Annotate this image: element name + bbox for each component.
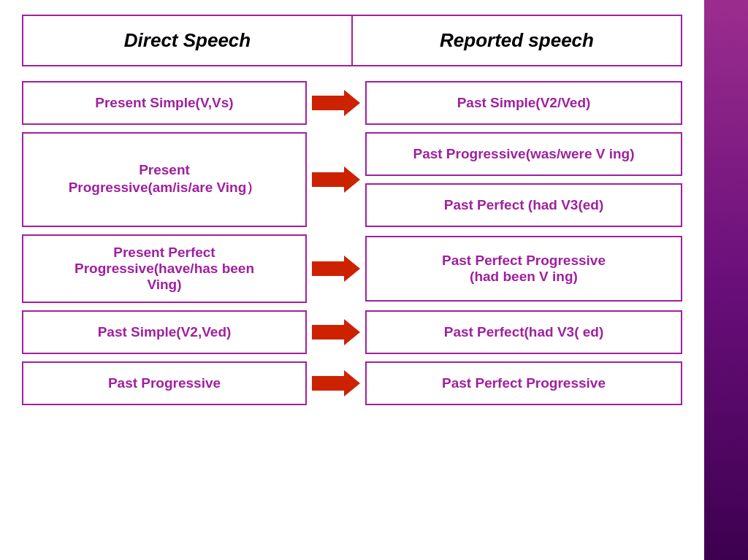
arrow-body-5 (312, 376, 344, 391)
row-2: Present Progressive(am/is/are Ving） Past… (22, 132, 682, 227)
right-box-2b: Past Perfect (had V3(ed) (365, 183, 682, 227)
left-box-5: Past Progressive (22, 361, 307, 405)
sidebar-decoration (704, 0, 748, 560)
arrow-2 (307, 132, 365, 227)
right-stack-2: Past Progressive(was/were V ing) Past Pe… (365, 132, 682, 227)
arrow-head-2 (344, 166, 360, 193)
left-box-3: Present Perfect Progressive(have/has bee… (22, 234, 307, 303)
arrow-shape-1 (312, 90, 360, 116)
arrow-body-2 (312, 172, 344, 187)
right-box-3: Past Perfect Progressive (had been V ing… (365, 236, 682, 302)
left-box-4: Past Simple(V2,Ved) (22, 310, 307, 354)
left-box-1: Present Simple(V,Vs) (22, 81, 307, 125)
right-box-1: Past Simple(V2/Ved) (365, 81, 682, 125)
left-box-2: Present Progressive(am/is/are Ving） (22, 132, 307, 227)
arrow-1 (307, 90, 365, 116)
arrow-body-4 (312, 325, 344, 340)
row-5: Past Progressive Past Perfect Progressiv… (22, 361, 682, 405)
right-box-4: Past Perfect(had V3( ed) (365, 310, 682, 354)
arrow-shape-2 (312, 166, 360, 193)
arrow-shape-4 (312, 319, 360, 345)
arrow-3 (307, 256, 365, 282)
arrow-head-5 (344, 370, 360, 396)
arrow-shape-3 (312, 256, 360, 282)
arrow-body-3 (312, 261, 344, 276)
arrow-head-1 (344, 90, 360, 116)
arrow-4 (307, 319, 365, 345)
arrow-head-3 (344, 256, 360, 282)
row-4: Past Simple(V2,Ved) Past Perfect(had V3(… (22, 310, 682, 354)
main-content: Direct Speech Reported speech Present Si… (0, 0, 704, 560)
arrow-shape-5 (312, 370, 360, 396)
reported-speech-header: Reported speech (353, 16, 681, 65)
header-row: Direct Speech Reported speech (22, 15, 682, 66)
arrow-head-4 (344, 319, 360, 345)
right-box-2a: Past Progressive(was/were V ing) (365, 132, 682, 176)
arrow-5 (307, 370, 365, 396)
row-3: Present Perfect Progressive(have/has bee… (22, 234, 682, 303)
right-box-5: Past Perfect Progressive (365, 361, 682, 405)
row-1: Present Simple(V,Vs) Past Simple(V2/Ved) (22, 81, 682, 125)
rows-container: Present Simple(V,Vs) Past Simple(V2/Ved)… (22, 81, 682, 405)
arrow-body-1 (312, 96, 344, 110)
direct-speech-header: Direct Speech (23, 16, 353, 65)
